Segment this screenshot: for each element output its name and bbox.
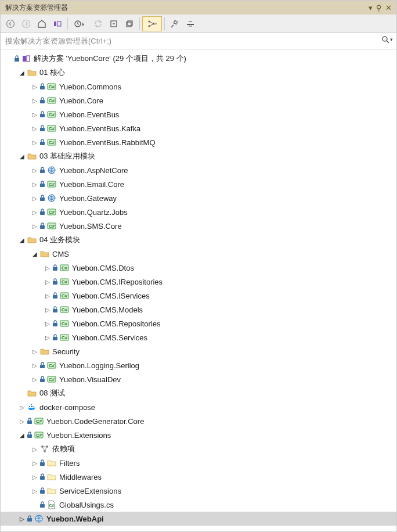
collapse-all-button[interactable] [106,16,121,31]
tree-row[interactable]: ▷C#Yuebon.CMS.Services [1,330,396,344]
tree-row[interactable]: ▷Yuebon.WebApi [1,512,396,526]
tree-row[interactable]: ▷08 测试 [1,386,396,400]
tree-row[interactable]: ▷C#Yuebon.VisualDev [1,372,396,386]
tree-row[interactable]: ◢CMS [1,247,396,261]
chevron-down-icon[interactable]: ◢ [18,236,26,244]
chevron-right-icon[interactable]: ▷ [18,515,26,523]
tree-row[interactable]: ▷ServiceExtensions [1,484,396,498]
pin-icon[interactable]: ⚲ [376,3,382,12]
solution-tree[interactable]: ▷解决方案 'YuebonCore' (29 个项目，共 29 个)◢01 核心… [1,49,396,531]
chevron-right-icon[interactable]: ▷ [18,417,26,425]
tree-row[interactable]: ▷依赖项 [1,442,396,456]
tree-row[interactable]: ▷Yuebon.Gateway [1,191,396,205]
tree-row[interactable]: ▷C#GlobalUsings.cs [1,498,396,512]
properties-button[interactable] [167,16,182,31]
tree-item-label: Yuebon.EventBus [58,110,119,119]
tree-item-label: Yuebon.Quartz.Jobs [58,208,128,217]
tree-row[interactable]: ▷解决方案 'YuebonCore' (29 个项目，共 29 个) [1,52,396,66]
tree-row[interactable]: ▷C#Yuebon.Logging.Serilog [1,358,396,372]
preview-button[interactable] [183,16,198,31]
chevron-down-icon[interactable]: ◢ [18,69,26,77]
chevron-right-icon[interactable]: ▷ [44,319,52,328]
chevron-right-icon[interactable]: ▷ [31,375,39,383]
pending-changes-filter-button[interactable] [70,16,90,31]
chevron-right-icon[interactable]: ▷ [31,110,39,118]
tree-row[interactable]: ▷C#Yuebon.Email.Core [1,177,396,191]
chevron-right-icon[interactable]: ▷ [31,459,39,467]
chevron-right-icon[interactable]: ▷ [31,124,39,132]
chevron-right-icon[interactable]: ▷ [44,292,52,300]
tree-row[interactable]: ▷C#Yuebon.SMS.Core [1,219,396,233]
deps-icon [40,444,49,454]
chevron-down-icon[interactable]: ◢ [18,152,26,160]
chevron-right-icon[interactable]: ▷ [31,361,39,369]
csproj-icon: C# [60,291,69,300]
show-all-files-button[interactable] [122,16,137,31]
tree-row[interactable]: ▷Yuebon.AspNetCore [1,163,396,177]
tree-row[interactable]: ▷C#Yuebon.CMS.Dtos [1,261,396,275]
chevron-right-icon[interactable]: ▷ [31,166,39,174]
chevron-right-icon[interactable]: ▷ [31,445,39,453]
tree-row[interactable]: ▷Security [1,344,396,358]
svg-text:C#: C# [49,210,55,215]
chevron-down-icon[interactable]: ◢ [18,431,26,439]
chevron-right-icon[interactable]: ▷ [31,82,39,91]
tree-item-label: Middlewares [58,473,102,481]
tree-row[interactable]: ▷C#Yuebon.CMS.IServices [1,289,396,303]
chevron-right-icon[interactable]: ▷ [44,264,52,272]
chevron-right-icon[interactable]: ▷ [31,138,39,146]
svg-rect-2 [54,21,56,26]
chevron-right-icon[interactable]: ▷ [31,222,39,230]
tree-item-label: Yuebon.VisualDev [58,375,121,384]
tree-row[interactable]: ◢04 业务模块 [1,233,396,247]
svg-rect-75 [27,434,32,438]
chevron-down-icon[interactable]: ◢ [31,250,39,258]
chevron-right-icon[interactable]: ▷ [31,208,39,216]
svg-rect-33 [40,184,45,187]
forward-button[interactable] [19,16,34,31]
search-input[interactable] [1,33,396,49]
chevron-right-icon[interactable]: ▷ [31,487,39,495]
back-button[interactable] [3,16,18,31]
chevron-right-icon[interactable]: ▷ [31,180,39,188]
tree-row[interactable]: ◢C#Yuebon.Extensions [1,428,396,442]
tree-row[interactable]: ◢01 核心 [1,66,396,80]
chevron-right-icon[interactable]: ▷ [18,403,26,411]
tree-row[interactable]: ▷Filters [1,456,396,470]
chevron-right-icon[interactable]: ▷ [31,473,39,481]
svg-rect-71 [33,406,34,407]
tree-row[interactable]: ▷C#Yuebon.Quartz.Jobs [1,205,396,219]
tree-row[interactable]: ▷C#Yuebon.CMS.IRepositories [1,275,396,289]
tree-row[interactable]: ▷C#Yuebon.CMS.Repositories [1,317,396,330]
home-button[interactable] [34,16,49,31]
switch-views-button[interactable] [50,16,65,31]
window-dropdown-icon[interactable]: ▾ [369,3,373,12]
chevron-right-icon[interactable]: ▷ [31,194,39,202]
track-active-item-button[interactable] [142,16,162,31]
chevron-right-icon[interactable]: ▷ [44,305,52,314]
lock-icon [27,515,33,522]
lock-icon [39,83,45,90]
tree-row[interactable]: ▷C#Yuebon.EventBus [1,107,396,121]
chevron-right-icon[interactable]: ▷ [44,333,52,342]
tree-item-label: Yuebon.CodeGenerator.Core [45,417,144,426]
sync-button[interactable] [91,16,106,31]
tree-row[interactable]: ▷C#Yuebon.EventBus.Kafka [1,121,396,135]
tree-row[interactable]: ▷docker-compose [1,400,396,414]
tree-item-label: Yuebon.Email.Core [58,180,124,189]
tree-row[interactable]: ▷Middlewares [1,470,396,484]
chevron-right-icon[interactable]: ▷ [31,347,39,355]
tree-row[interactable]: ◢03 基础应用模块 [1,149,396,163]
close-icon[interactable]: ✕ [385,3,392,12]
tree-item-label: CMS [51,250,69,258]
tree-row[interactable]: ▷C#Yuebon.Core [1,94,396,107]
tree-row[interactable]: ▷C#Yuebon.Commons [1,80,396,94]
search-icon[interactable]: ▾ [381,35,393,44]
lock-icon [27,418,33,425]
tree-row[interactable]: ▷C#Yuebon.CMS.Models [1,303,396,317]
tree-item-label: 依赖项 [51,444,75,454]
chevron-right-icon[interactable]: ▷ [44,278,52,286]
tree-row[interactable]: ▷C#Yuebon.EventBus.RabbitMQ [1,135,396,149]
tree-row[interactable]: ▷C#Yuebon.CodeGenerator.Core [1,414,396,428]
chevron-right-icon[interactable]: ▷ [31,96,39,105]
